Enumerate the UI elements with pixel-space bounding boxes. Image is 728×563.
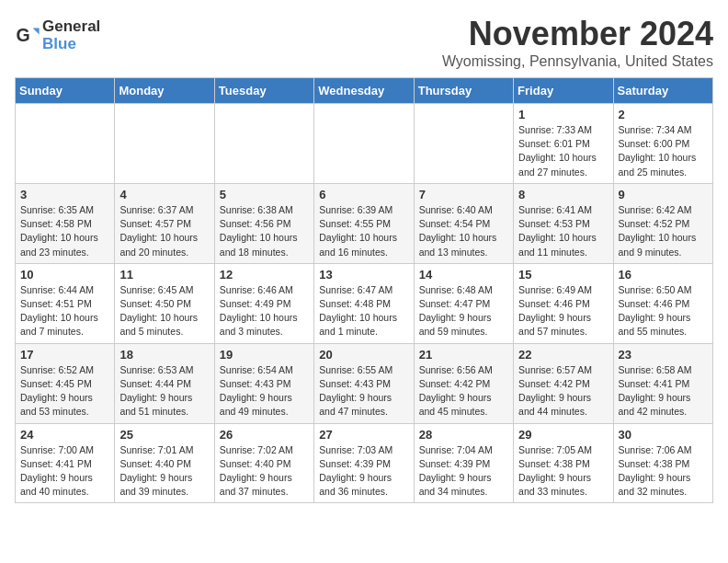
day-number: 8: [518, 188, 608, 201]
day-number: 23: [619, 348, 708, 362]
calendar-cell: 20Sunrise: 6:55 AM Sunset: 4:43 PM Dayli…: [314, 343, 414, 423]
day-info: Sunrise: 6:35 AM Sunset: 4:58 PM Dayligh…: [20, 203, 109, 259]
calendar-cell: 24Sunrise: 7:00 AM Sunset: 4:41 PM Dayli…: [16, 423, 115, 503]
calendar-cell: 8Sunrise: 6:41 AM Sunset: 4:53 PM Daylig…: [514, 183, 613, 263]
day-number: 17: [20, 348, 109, 362]
calendar-cell: 23Sunrise: 6:58 AM Sunset: 4:41 PM Dayli…: [613, 343, 712, 423]
day-number: 18: [119, 348, 209, 362]
day-number: 26: [220, 428, 309, 442]
calendar-cell: 25Sunrise: 7:01 AM Sunset: 4:40 PM Dayli…: [115, 423, 214, 503]
calendar-cell: 3Sunrise: 6:35 AM Sunset: 4:58 PM Daylig…: [16, 183, 115, 263]
day-info: Sunrise: 7:00 AM Sunset: 4:41 PM Dayligh…: [20, 443, 109, 500]
day-number: 4: [119, 188, 209, 201]
calendar-cell: 18Sunrise: 6:53 AM Sunset: 4:44 PM Dayli…: [115, 343, 214, 423]
day-number: 27: [319, 428, 408, 442]
calendar-week-row: 17Sunrise: 6:52 AM Sunset: 4:45 PM Dayli…: [16, 343, 713, 423]
calendar-cell: [16, 104, 115, 184]
day-info: Sunrise: 6:44 AM Sunset: 4:51 PM Dayligh…: [20, 283, 109, 339]
day-info: Sunrise: 7:06 AM Sunset: 4:38 PM Dayligh…: [619, 443, 708, 500]
day-number: 7: [419, 188, 508, 201]
day-info: Sunrise: 7:33 AM Sunset: 6:01 PM Dayligh…: [518, 123, 608, 179]
day-info: Sunrise: 6:38 AM Sunset: 4:56 PM Dayligh…: [220, 203, 309, 259]
day-info: Sunrise: 6:48 AM Sunset: 4:47 PM Dayligh…: [419, 283, 508, 339]
calendar-cell: 14Sunrise: 6:48 AM Sunset: 4:47 PM Dayli…: [414, 263, 513, 343]
day-info: Sunrise: 6:47 AM Sunset: 4:48 PM Dayligh…: [319, 283, 408, 339]
day-number: 12: [220, 268, 309, 282]
day-info: Sunrise: 6:45 AM Sunset: 4:50 PM Dayligh…: [119, 283, 209, 339]
calendar-week-row: 3Sunrise: 6:35 AM Sunset: 4:58 PM Daylig…: [16, 183, 713, 263]
day-info: Sunrise: 6:49 AM Sunset: 4:46 PM Dayligh…: [518, 283, 608, 339]
day-info: Sunrise: 6:39 AM Sunset: 4:55 PM Dayligh…: [319, 203, 408, 259]
day-of-week-header: Monday: [115, 78, 214, 104]
day-number: 10: [20, 268, 109, 282]
day-info: Sunrise: 6:55 AM Sunset: 4:43 PM Dayligh…: [319, 363, 408, 419]
day-number: 29: [518, 428, 608, 442]
day-info: Sunrise: 7:01 AM Sunset: 4:40 PM Dayligh…: [119, 443, 209, 500]
calendar-cell: 13Sunrise: 6:47 AM Sunset: 4:48 PM Dayli…: [314, 263, 414, 343]
day-number: 2: [619, 108, 708, 121]
day-info: Sunrise: 6:37 AM Sunset: 4:57 PM Dayligh…: [119, 203, 209, 259]
svg-marker-1: [33, 28, 40, 34]
calendar-cell: 1Sunrise: 7:33 AM Sunset: 6:01 PM Daylig…: [514, 104, 613, 184]
day-info: Sunrise: 7:03 AM Sunset: 4:39 PM Dayligh…: [319, 443, 408, 500]
calendar-cell: 5Sunrise: 6:38 AM Sunset: 4:56 PM Daylig…: [214, 183, 313, 263]
day-info: Sunrise: 6:46 AM Sunset: 4:49 PM Dayligh…: [220, 283, 309, 339]
day-number: 19: [220, 348, 309, 362]
svg-text:G: G: [16, 24, 29, 44]
calendar-cell: 30Sunrise: 7:06 AM Sunset: 4:38 PM Dayli…: [613, 423, 712, 503]
day-number: 3: [20, 188, 109, 201]
calendar-cell: 26Sunrise: 7:02 AM Sunset: 4:40 PM Dayli…: [214, 423, 313, 503]
day-of-week-header: Friday: [514, 78, 613, 104]
calendar-week-row: 24Sunrise: 7:00 AM Sunset: 4:41 PM Dayli…: [16, 423, 713, 503]
day-info: Sunrise: 7:05 AM Sunset: 4:38 PM Dayligh…: [518, 443, 608, 500]
day-number: 20: [319, 348, 408, 362]
calendar-cell: [314, 104, 414, 184]
day-info: Sunrise: 6:41 AM Sunset: 4:53 PM Dayligh…: [518, 203, 608, 259]
day-info: Sunrise: 6:58 AM Sunset: 4:41 PM Dayligh…: [619, 363, 708, 419]
calendar-week-row: 1Sunrise: 7:33 AM Sunset: 6:01 PM Daylig…: [16, 104, 713, 184]
calendar-cell: 28Sunrise: 7:04 AM Sunset: 4:39 PM Dayli…: [414, 423, 513, 503]
header: G General Blue November 2024 Wyomissing,…: [15, 15, 713, 70]
calendar-cell: 6Sunrise: 6:39 AM Sunset: 4:55 PM Daylig…: [314, 183, 414, 263]
day-number: 6: [319, 188, 408, 201]
day-info: Sunrise: 6:56 AM Sunset: 4:42 PM Dayligh…: [419, 363, 508, 419]
day-number: 16: [619, 268, 708, 282]
calendar-cell: [115, 104, 214, 184]
calendar-cell: 2Sunrise: 7:34 AM Sunset: 6:00 PM Daylig…: [613, 104, 712, 184]
calendar-cell: 4Sunrise: 6:37 AM Sunset: 4:57 PM Daylig…: [115, 183, 214, 263]
calendar-cell: 7Sunrise: 6:40 AM Sunset: 4:54 PM Daylig…: [414, 183, 513, 263]
day-number: 13: [319, 268, 408, 282]
calendar-cell: 29Sunrise: 7:05 AM Sunset: 4:38 PM Dayli…: [514, 423, 613, 503]
logo-line1: General: [42, 18, 100, 36]
logo-icon: G: [15, 23, 40, 49]
calendar-cell: 27Sunrise: 7:03 AM Sunset: 4:39 PM Dayli…: [314, 423, 414, 503]
day-info: Sunrise: 6:50 AM Sunset: 4:46 PM Dayligh…: [619, 283, 708, 339]
logo-line2: Blue: [42, 36, 100, 53]
calendar-cell: 11Sunrise: 6:45 AM Sunset: 4:50 PM Dayli…: [115, 263, 214, 343]
calendar-cell: 15Sunrise: 6:49 AM Sunset: 4:46 PM Dayli…: [514, 263, 613, 343]
calendar-cell: 16Sunrise: 6:50 AM Sunset: 4:46 PM Dayli…: [613, 263, 712, 343]
location: Wyomissing, Pennsylvania, United States: [442, 53, 713, 70]
day-number: 9: [619, 188, 708, 201]
title-area: November 2024 Wyomissing, Pennsylvania, …: [442, 15, 713, 70]
day-number: 25: [119, 428, 209, 442]
month-title: November 2024: [442, 15, 713, 53]
calendar-cell: [414, 104, 513, 184]
day-info: Sunrise: 7:04 AM Sunset: 4:39 PM Dayligh…: [419, 443, 508, 500]
calendar-cell: 9Sunrise: 6:42 AM Sunset: 4:52 PM Daylig…: [613, 183, 712, 263]
calendar-week-row: 10Sunrise: 6:44 AM Sunset: 4:51 PM Dayli…: [16, 263, 713, 343]
logo: G General Blue: [15, 18, 100, 52]
day-number: 24: [20, 428, 109, 442]
day-info: Sunrise: 6:57 AM Sunset: 4:42 PM Dayligh…: [518, 363, 608, 419]
calendar-cell: 12Sunrise: 6:46 AM Sunset: 4:49 PM Dayli…: [214, 263, 313, 343]
day-info: Sunrise: 6:54 AM Sunset: 4:43 PM Dayligh…: [220, 363, 309, 419]
day-number: 21: [419, 348, 508, 362]
day-info: Sunrise: 7:34 AM Sunset: 6:00 PM Dayligh…: [619, 123, 708, 179]
day-number: 15: [518, 268, 608, 282]
calendar-table: SundayMondayTuesdayWednesdayThursdayFrid…: [15, 77, 713, 503]
day-info: Sunrise: 6:53 AM Sunset: 4:44 PM Dayligh…: [119, 363, 209, 419]
calendar-cell: 19Sunrise: 6:54 AM Sunset: 4:43 PM Dayli…: [214, 343, 313, 423]
calendar-cell: 21Sunrise: 6:56 AM Sunset: 4:42 PM Dayli…: [414, 343, 513, 423]
day-info: Sunrise: 7:02 AM Sunset: 4:40 PM Dayligh…: [220, 443, 309, 500]
day-number: 28: [419, 428, 508, 442]
